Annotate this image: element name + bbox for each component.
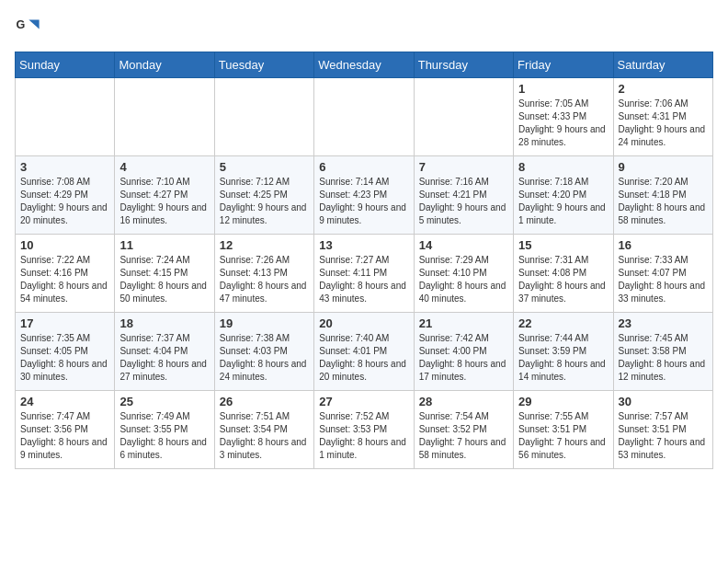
- day-info: Sunrise: 7:27 AM Sunset: 4:11 PM Dayligh…: [319, 254, 408, 305]
- calendar-cell: 3Sunrise: 7:08 AM Sunset: 4:29 PM Daylig…: [16, 156, 115, 235]
- day-info: Sunrise: 7:18 AM Sunset: 4:20 PM Dayligh…: [518, 176, 608, 227]
- calendar-cell: 2Sunrise: 7:06 AM Sunset: 4:31 PM Daylig…: [613, 78, 712, 156]
- day-info: Sunrise: 7:38 AM Sunset: 4:03 PM Dayligh…: [220, 332, 309, 384]
- day-number: 18: [119, 316, 209, 330]
- day-info: Sunrise: 7:33 AM Sunset: 4:07 PM Dayligh…: [619, 254, 708, 305]
- day-number: 19: [220, 316, 309, 330]
- day-info: Sunrise: 7:29 AM Sunset: 4:10 PM Dayligh…: [419, 254, 508, 305]
- day-info: Sunrise: 7:40 AM Sunset: 4:01 PM Dayligh…: [319, 332, 408, 384]
- calendar-cell: 6Sunrise: 7:14 AM Sunset: 4:23 PM Daylig…: [314, 156, 414, 235]
- calendar-cell: 26Sunrise: 7:51 AM Sunset: 3:54 PM Dayli…: [214, 391, 313, 469]
- calendar-week-2: 3Sunrise: 7:08 AM Sunset: 4:29 PM Daylig…: [16, 156, 713, 235]
- day-info: Sunrise: 7:26 AM Sunset: 4:13 PM Dayligh…: [220, 254, 309, 305]
- weekday-header-sunday: Sunday: [16, 52, 115, 78]
- calendar-cell: 30Sunrise: 7:57 AM Sunset: 3:51 PM Dayli…: [613, 391, 712, 469]
- day-info: Sunrise: 7:20 AM Sunset: 4:18 PM Dayligh…: [619, 176, 708, 227]
- svg-text:G: G: [16, 18, 25, 31]
- day-number: 10: [20, 238, 109, 252]
- day-number: 15: [518, 238, 608, 252]
- day-info: Sunrise: 7:06 AM Sunset: 4:31 PM Dayligh…: [619, 98, 708, 149]
- calendar-cell: 1Sunrise: 7:05 AM Sunset: 4:33 PM Daylig…: [514, 78, 613, 156]
- calendar-week-1: 1Sunrise: 7:05 AM Sunset: 4:33 PM Daylig…: [16, 78, 713, 156]
- day-info: Sunrise: 7:44 AM Sunset: 3:59 PM Dayligh…: [518, 332, 608, 384]
- day-info: Sunrise: 7:08 AM Sunset: 4:29 PM Dayligh…: [20, 176, 109, 227]
- page-header: G: [15, 15, 713, 40]
- day-info: Sunrise: 7:16 AM Sunset: 4:21 PM Dayligh…: [419, 176, 508, 227]
- weekday-header-wednesday: Wednesday: [314, 52, 414, 78]
- calendar-cell: 15Sunrise: 7:31 AM Sunset: 4:08 PM Dayli…: [514, 235, 613, 313]
- calendar-cell: 21Sunrise: 7:42 AM Sunset: 4:00 PM Dayli…: [414, 313, 513, 391]
- day-info: Sunrise: 7:54 AM Sunset: 3:52 PM Dayligh…: [419, 410, 508, 462]
- calendar-cell: [314, 78, 414, 156]
- calendar-cell: 24Sunrise: 7:47 AM Sunset: 3:56 PM Dayli…: [16, 391, 115, 469]
- calendar-week-3: 10Sunrise: 7:22 AM Sunset: 4:16 PM Dayli…: [16, 235, 713, 313]
- day-number: 30: [619, 395, 708, 408]
- day-info: Sunrise: 7:57 AM Sunset: 3:51 PM Dayligh…: [619, 410, 708, 462]
- day-info: Sunrise: 7:47 AM Sunset: 3:56 PM Dayligh…: [20, 410, 109, 462]
- calendar-cell: 29Sunrise: 7:55 AM Sunset: 3:51 PM Dayli…: [514, 391, 613, 469]
- calendar-cell: 18Sunrise: 7:37 AM Sunset: 4:04 PM Dayli…: [115, 313, 214, 391]
- calendar-cell: 28Sunrise: 7:54 AM Sunset: 3:52 PM Dayli…: [414, 391, 513, 469]
- calendar-cell: 27Sunrise: 7:52 AM Sunset: 3:53 PM Dayli…: [314, 391, 414, 469]
- calendar-cell: 5Sunrise: 7:12 AM Sunset: 4:25 PM Daylig…: [214, 156, 313, 235]
- day-info: Sunrise: 7:51 AM Sunset: 3:54 PM Dayligh…: [220, 410, 309, 462]
- day-number: 22: [518, 316, 608, 330]
- weekday-header-friday: Friday: [514, 52, 613, 78]
- calendar-week-4: 17Sunrise: 7:35 AM Sunset: 4:05 PM Dayli…: [16, 313, 713, 391]
- weekday-header-tuesday: Tuesday: [214, 52, 313, 78]
- day-number: 21: [419, 316, 508, 330]
- calendar-cell: 11Sunrise: 7:24 AM Sunset: 4:15 PM Dayli…: [115, 235, 214, 313]
- calendar-header-row: SundayMondayTuesdayWednesdayThursdayFrid…: [16, 52, 713, 78]
- day-number: 27: [319, 395, 408, 408]
- calendar-cell: 13Sunrise: 7:27 AM Sunset: 4:11 PM Dayli…: [314, 235, 414, 313]
- calendar-cell: 16Sunrise: 7:33 AM Sunset: 4:07 PM Dayli…: [613, 235, 712, 313]
- calendar-cell: 17Sunrise: 7:35 AM Sunset: 4:05 PM Dayli…: [16, 313, 115, 391]
- day-info: Sunrise: 7:52 AM Sunset: 3:53 PM Dayligh…: [319, 410, 408, 462]
- calendar-cell: 8Sunrise: 7:18 AM Sunset: 4:20 PM Daylig…: [514, 156, 613, 235]
- calendar-cell: [214, 78, 313, 156]
- calendar-cell: 20Sunrise: 7:40 AM Sunset: 4:01 PM Dayli…: [314, 313, 414, 391]
- svg-marker-1: [28, 20, 39, 29]
- day-number: 14: [419, 238, 508, 252]
- calendar-cell: 9Sunrise: 7:20 AM Sunset: 4:18 PM Daylig…: [613, 156, 712, 235]
- day-number: 5: [220, 160, 309, 174]
- day-info: Sunrise: 7:14 AM Sunset: 4:23 PM Dayligh…: [319, 176, 408, 227]
- weekday-header-thursday: Thursday: [414, 52, 513, 78]
- day-number: 20: [319, 316, 408, 330]
- day-number: 28: [419, 395, 508, 408]
- day-number: 25: [119, 395, 209, 408]
- day-number: 1: [518, 82, 608, 96]
- logo-icon: G: [15, 15, 40, 40]
- day-info: Sunrise: 7:10 AM Sunset: 4:27 PM Dayligh…: [119, 176, 209, 227]
- calendar-cell: 4Sunrise: 7:10 AM Sunset: 4:27 PM Daylig…: [115, 156, 214, 235]
- day-info: Sunrise: 7:37 AM Sunset: 4:04 PM Dayligh…: [119, 332, 209, 384]
- day-info: Sunrise: 7:22 AM Sunset: 4:16 PM Dayligh…: [20, 254, 109, 305]
- day-number: 4: [119, 160, 209, 174]
- day-number: 26: [220, 395, 309, 408]
- day-number: 29: [518, 395, 608, 408]
- day-number: 7: [419, 160, 508, 174]
- calendar-table: SundayMondayTuesdayWednesdayThursdayFrid…: [15, 52, 713, 469]
- day-number: 16: [619, 238, 708, 252]
- day-number: 3: [20, 160, 109, 174]
- day-number: 6: [319, 160, 408, 174]
- day-info: Sunrise: 7:12 AM Sunset: 4:25 PM Dayligh…: [220, 176, 309, 227]
- calendar-cell: [16, 78, 115, 156]
- day-number: 9: [619, 160, 708, 174]
- day-info: Sunrise: 7:55 AM Sunset: 3:51 PM Dayligh…: [518, 410, 608, 462]
- day-info: Sunrise: 7:45 AM Sunset: 3:58 PM Dayligh…: [619, 332, 708, 384]
- day-number: 11: [119, 238, 209, 252]
- day-info: Sunrise: 7:24 AM Sunset: 4:15 PM Dayligh…: [119, 254, 209, 305]
- day-number: 12: [220, 238, 309, 252]
- logo: G: [15, 15, 44, 40]
- day-info: Sunrise: 7:35 AM Sunset: 4:05 PM Dayligh…: [20, 332, 109, 384]
- day-number: 24: [20, 395, 109, 408]
- calendar-cell: 25Sunrise: 7:49 AM Sunset: 3:55 PM Dayli…: [115, 391, 214, 469]
- day-info: Sunrise: 7:42 AM Sunset: 4:00 PM Dayligh…: [419, 332, 508, 384]
- day-number: 13: [319, 238, 408, 252]
- calendar-week-5: 24Sunrise: 7:47 AM Sunset: 3:56 PM Dayli…: [16, 391, 713, 469]
- calendar-cell: 10Sunrise: 7:22 AM Sunset: 4:16 PM Dayli…: [16, 235, 115, 313]
- calendar-cell: 7Sunrise: 7:16 AM Sunset: 4:21 PM Daylig…: [414, 156, 513, 235]
- day-number: 23: [619, 316, 708, 330]
- calendar-cell: [115, 78, 214, 156]
